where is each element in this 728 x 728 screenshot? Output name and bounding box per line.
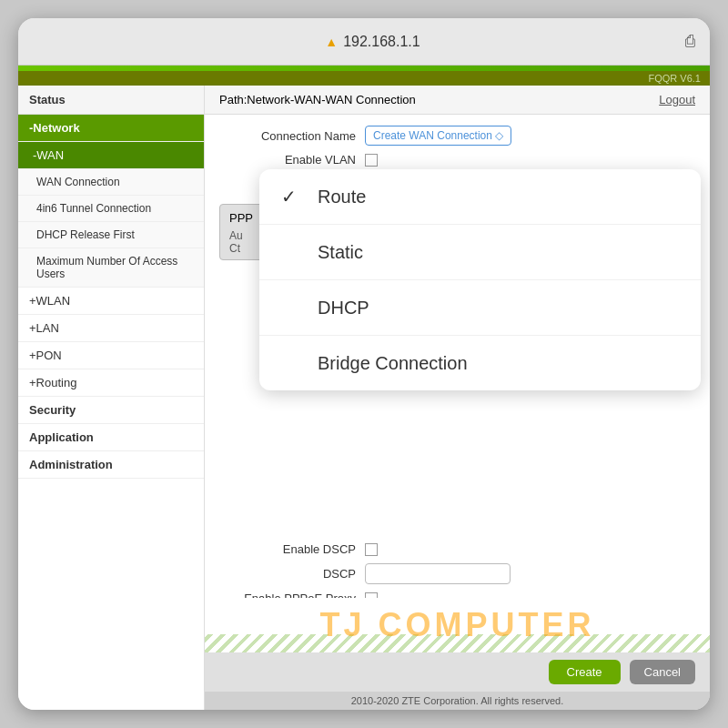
sidebar-item-wan[interactable]: -WAN xyxy=(18,142,204,169)
enable-dscp-row: Enable DSCP xyxy=(219,542,695,556)
dropdown-item-route-label: Route xyxy=(318,187,366,207)
top-nav-text: FQQR V6.1 xyxy=(649,73,701,84)
pppoe-proxy-row: Enable PPPoE Proxy xyxy=(219,592,695,598)
logout-button[interactable]: Logout xyxy=(659,93,695,106)
connection-name-row: Connection Name Create WAN Connection ◇ xyxy=(219,126,695,146)
share-button[interactable]: ⎙ xyxy=(685,32,695,51)
enable-dscp-label: Enable DSCP xyxy=(219,542,365,556)
sidebar: Status -Network -WAN WAN Connection 4in6… xyxy=(18,86,205,710)
enable-vlan-label: Enable VLAN xyxy=(219,153,365,167)
dropdown-item-dhcp-label: DHCP xyxy=(318,298,369,318)
path-bar: Path:Network-WAN-WAN Connection Logout xyxy=(205,86,710,115)
sidebar-status-label: Status xyxy=(18,86,204,115)
sidebar-item-dhcp-release[interactable]: DHCP Release First xyxy=(18,222,204,248)
dropdown-item-route[interactable]: ✓ Route xyxy=(259,169,701,225)
action-bar: Create Cancel xyxy=(205,652,710,692)
dropdown-item-bridge-label: Bridge Connection xyxy=(318,353,468,374)
enable-vlan-checkbox[interactable] xyxy=(365,154,378,167)
checkmark-icon: ✓ xyxy=(281,186,303,207)
enable-dscp-checkbox[interactable] xyxy=(365,543,378,556)
enable-vlan-row: Enable VLAN xyxy=(219,153,695,167)
sidebar-item-security[interactable]: Security xyxy=(18,397,204,424)
sidebar-item-wan-connection[interactable]: WAN Connection xyxy=(18,169,204,196)
bottom-form-fields: Enable DSCP DSCP Enable PPPoE Proxy Allo… xyxy=(219,542,695,598)
cancel-button[interactable]: Cancel xyxy=(630,660,695,684)
sidebar-item-pon[interactable]: +PON xyxy=(18,342,204,369)
connection-name-label: Connection Name xyxy=(219,129,365,143)
watermark-area: TJ COMPUTER xyxy=(205,598,710,652)
dscp-input[interactable] xyxy=(365,563,511,584)
sidebar-item-max-users[interactable]: Maximum Number Of Access Users xyxy=(18,248,204,288)
sidebar-item-4in6[interactable]: 4in6 Tunnel Connection xyxy=(18,196,204,222)
breadcrumb: Path:Network-WAN-WAN Connection xyxy=(219,93,416,106)
watermark-text: TJ COMPUTER xyxy=(319,606,594,644)
copyright-bar: 2010-2020 ZTE Corporation. All rights re… xyxy=(205,692,710,710)
pppoe-proxy-label: Enable PPPoE Proxy xyxy=(219,592,365,598)
sidebar-item-lan[interactable]: +LAN xyxy=(18,315,204,342)
type-dropdown: ✓ Route ✓ Static ✓ DHCP ✓ Bridge Connect… xyxy=(259,169,701,390)
warning-icon: ▲ xyxy=(325,35,338,49)
dropdown-item-bridge[interactable]: ✓ Bridge Connection xyxy=(259,336,701,390)
create-button[interactable]: Create xyxy=(549,660,621,684)
dropdown-item-static-label: Static xyxy=(318,242,363,263)
top-nav-bar: FQQR V6.1 xyxy=(18,71,710,86)
address-bar: ▲ 192.168.1.1 ⎙ xyxy=(18,18,710,66)
dropdown-item-dhcp[interactable]: ✓ DHCP xyxy=(259,280,701,336)
address-display: ▲ 192.168.1.1 xyxy=(325,34,420,50)
sidebar-item-application[interactable]: Application xyxy=(18,424,204,451)
main-content: Status -Network -WAN WAN Connection 4in6… xyxy=(18,86,710,710)
dscp-label: DSCP xyxy=(219,567,365,581)
sidebar-item-wlan[interactable]: +WLAN xyxy=(18,288,204,315)
form-area: Connection Name Create WAN Connection ◇ … xyxy=(205,115,710,598)
ip-address: 192.168.1.1 xyxy=(343,34,420,50)
create-wan-button[interactable]: Create WAN Connection ◇ xyxy=(365,126,511,146)
sidebar-item-administration[interactable]: Administration xyxy=(18,451,204,479)
footer-area: TJ COMPUTER Create Cancel 2010-2020 ZTE … xyxy=(205,598,710,710)
copyright-text: 2010-2020 ZTE Corporation. All rights re… xyxy=(351,695,564,706)
dropdown-item-static[interactable]: ✓ Static xyxy=(259,225,701,280)
sidebar-item-network[interactable]: -Network xyxy=(18,115,204,142)
ppp-label: PPP xyxy=(229,211,253,225)
dscp-row: DSCP xyxy=(219,563,695,584)
right-panel: Path:Network-WAN-WAN Connection Logout C… xyxy=(205,86,710,710)
sidebar-item-routing[interactable]: +Routing xyxy=(18,369,204,397)
